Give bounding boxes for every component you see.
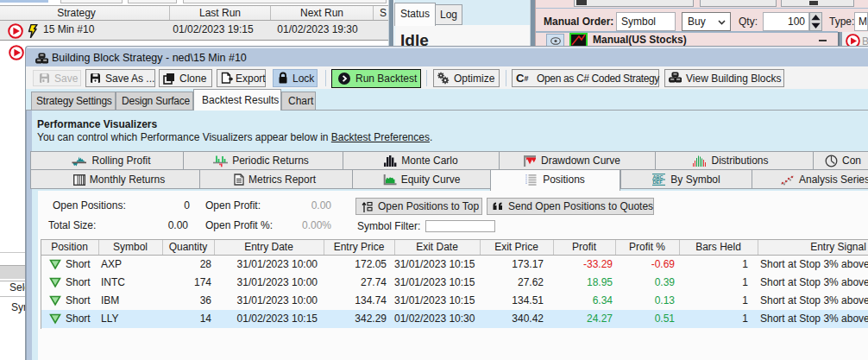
svg-text:DEF: DEF — [653, 180, 664, 185]
svg-text:ABC: ABC — [653, 174, 664, 180]
